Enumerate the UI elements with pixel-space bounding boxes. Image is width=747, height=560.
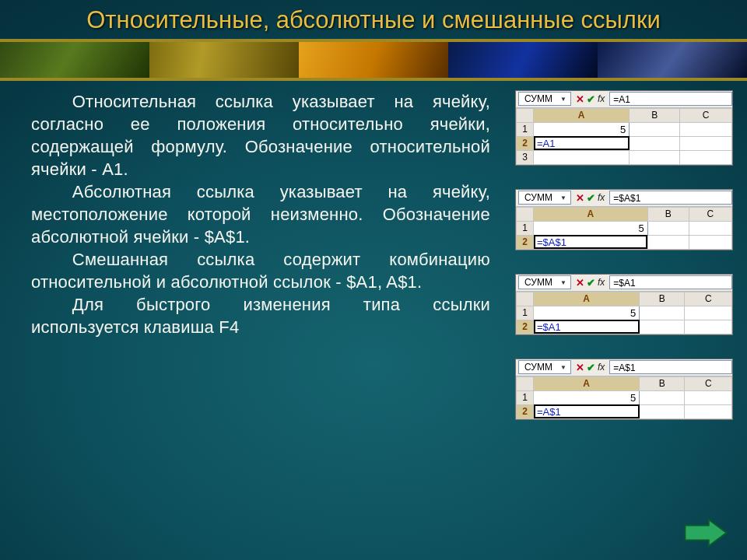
- row-header-2[interactable]: 2: [517, 136, 534, 150]
- excel-panel-absolute: СУММ▼ ✕ ✔ fx =$A$1 A B C 1 5: [515, 189, 733, 250]
- cell-a2-editing[interactable]: =$A$1: [534, 235, 648, 249]
- dropdown-icon: ▼: [560, 194, 566, 201]
- col-header-a[interactable]: A: [534, 108, 630, 122]
- row-header-1[interactable]: 1: [517, 221, 534, 235]
- row-header-2[interactable]: 2: [517, 404, 534, 418]
- col-header-b[interactable]: B: [647, 207, 689, 221]
- next-arrow-icon: [683, 518, 728, 548]
- row-header-2[interactable]: 2: [517, 235, 534, 249]
- col-header-a[interactable]: A: [534, 376, 640, 390]
- col-header-c[interactable]: C: [685, 292, 732, 306]
- cancel-icon[interactable]: ✕: [576, 362, 584, 373]
- confirm-icon[interactable]: ✔: [587, 362, 595, 373]
- dropdown-icon: ▼: [560, 279, 566, 286]
- name-box[interactable]: СУММ▼: [518, 92, 571, 106]
- confirm-icon[interactable]: ✔: [587, 277, 595, 289]
- cell-a1[interactable]: 5: [534, 306, 640, 320]
- col-header-b[interactable]: B: [640, 376, 685, 390]
- formula-bar[interactable]: =$A$1: [609, 191, 732, 205]
- excel-panel-relative: СУММ▼ ✕ ✔ fx =A1 A B C 1 5: [515, 90, 733, 166]
- name-box[interactable]: СУММ▼: [518, 360, 571, 374]
- formula-bar[interactable]: =$A1: [609, 275, 732, 289]
- confirm-icon[interactable]: ✔: [587, 93, 595, 105]
- svg-marker-0: [685, 520, 726, 546]
- fx-icon[interactable]: fx: [598, 362, 605, 373]
- confirm-icon[interactable]: ✔: [587, 192, 595, 204]
- cell-a1[interactable]: 5: [534, 221, 648, 235]
- slide-title: Относительные, абсолютные и смешанные сс…: [0, 0, 747, 36]
- formula-bar[interactable]: =A1: [609, 92, 732, 106]
- cancel-icon[interactable]: ✕: [576, 93, 584, 105]
- col-header-c[interactable]: C: [689, 207, 731, 221]
- col-header-a[interactable]: A: [534, 207, 648, 221]
- row-header-1[interactable]: 1: [517, 122, 534, 136]
- fx-icon[interactable]: fx: [598, 192, 605, 204]
- row-header-2[interactable]: 2: [517, 320, 534, 334]
- col-header-c[interactable]: C: [679, 108, 731, 122]
- col-header-b[interactable]: B: [630, 108, 680, 122]
- col-header-c[interactable]: C: [685, 376, 732, 390]
- cancel-icon[interactable]: ✕: [576, 277, 584, 289]
- image-band: [0, 39, 747, 81]
- paragraph-mixed: Смешанная ссылка содержит комбинацию отн…: [31, 248, 490, 293]
- col-header-b[interactable]: B: [640, 292, 685, 306]
- paragraph-f4: Для быстрого изменения типа ссылки испол…: [31, 293, 490, 338]
- paragraph-absolute: Абсолютная ссылка указывает на ячейку, м…: [31, 180, 490, 248]
- excel-examples: СУММ▼ ✕ ✔ fx =A1 A B C 1 5: [490, 90, 733, 513]
- next-slide-button[interactable]: [683, 518, 728, 548]
- excel-panel-mixed-col: СУММ▼ ✕ ✔ fx =$A1 A B C 1 5: [515, 274, 733, 335]
- paragraph-relative: Относительная ссылка указывает на ячейку…: [31, 90, 490, 180]
- dropdown-icon: ▼: [560, 96, 566, 103]
- cell-a1[interactable]: 5: [534, 390, 640, 404]
- excel-panel-mixed-row: СУММ▼ ✕ ✔ fx =A$1 A B C 1 5: [515, 359, 733, 420]
- col-header-a[interactable]: A: [534, 292, 640, 306]
- dropdown-icon: ▼: [560, 364, 566, 371]
- cell-a1[interactable]: 5: [534, 122, 630, 136]
- name-box[interactable]: СУММ▼: [518, 275, 571, 289]
- fx-icon[interactable]: fx: [598, 277, 605, 289]
- row-header-3[interactable]: 3: [517, 150, 534, 164]
- name-box[interactable]: СУММ▼: [518, 191, 571, 205]
- formula-bar[interactable]: =A$1: [609, 360, 732, 374]
- cell-a2-editing[interactable]: =A$1: [534, 404, 640, 418]
- row-header-1[interactable]: 1: [517, 306, 534, 320]
- cell-a2-editing[interactable]: =A1: [534, 136, 630, 150]
- cell-a2-editing[interactable]: =$A1: [534, 320, 640, 334]
- row-header-1[interactable]: 1: [517, 390, 534, 404]
- cancel-icon[interactable]: ✕: [576, 192, 584, 204]
- fx-icon[interactable]: fx: [598, 93, 605, 105]
- body-text: Относительная ссылка указывает на ячейку…: [31, 90, 490, 513]
